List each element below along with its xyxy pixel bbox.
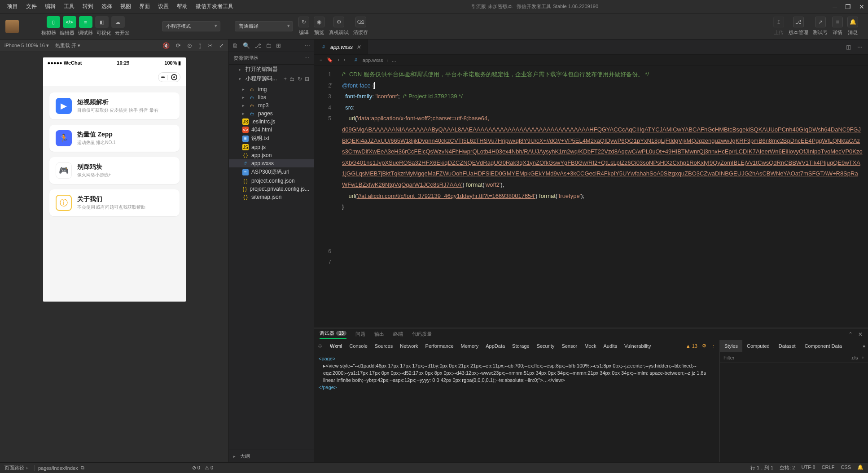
panel-tab-quality[interactable]: 代码质量: [412, 331, 432, 337]
minimize-icon[interactable]: ─: [833, 3, 837, 10]
explorer-more-icon[interactable]: ⋯: [304, 42, 310, 49]
devtools-more-icon[interactable]: ⋮: [711, 343, 716, 349]
cloud-dev-button[interactable]: ☁: [111, 16, 125, 28]
menu-help[interactable]: 帮助: [173, 1, 191, 12]
file-404-html[interactable]: <>404.html: [229, 126, 314, 134]
encoding[interactable]: UTF-8: [801, 464, 815, 471]
menu-edit[interactable]: 编辑: [41, 1, 59, 12]
cls-toggle[interactable]: .cls: [850, 355, 858, 360]
sim-cut-icon[interactable]: ✂: [208, 42, 213, 49]
devtools-tab-mock[interactable]: Mock: [584, 343, 596, 349]
debugger-button[interactable]: ≡: [79, 16, 92, 28]
version-icon[interactable]: ⎇: [793, 17, 804, 27]
menu-project[interactable]: 项目: [4, 1, 22, 12]
devtools-settings-icon[interactable]: ⚙: [702, 343, 706, 349]
compile-icon[interactable]: ↻: [298, 17, 309, 27]
explorer-menu-icon[interactable]: ⋯: [304, 55, 309, 61]
outline-section[interactable]: ▸大纲: [229, 450, 314, 462]
menu-tools[interactable]: 工具: [60, 1, 78, 12]
panel-expand-icon[interactable]: ⌃: [848, 331, 853, 337]
maximize-icon[interactable]: ❐: [845, 3, 851, 10]
card-calorie[interactable]: 🏃热量值 Zepp运动热量 排名NO.1: [49, 125, 180, 152]
opened-editors-section[interactable]: ▸打开的编辑器: [229, 65, 314, 74]
card-about[interactable]: ⓘ关于我们不会使用 或有问题可点我获取帮助: [49, 189, 180, 216]
devtools-tab-performance[interactable]: Performance: [425, 343, 454, 349]
menu-select[interactable]: 选择: [98, 1, 116, 12]
editor-tab-app-wxss[interactable]: # app.wxss ✕: [314, 39, 368, 54]
file-app-json[interactable]: { }app.json: [229, 151, 314, 159]
file-app-wxss[interactable]: #app.wxss: [229, 159, 314, 167]
sim-mute-icon[interactable]: 🔇: [162, 42, 170, 49]
devtools-tab-memory[interactable]: Memory: [461, 343, 479, 349]
devtools-tab-wxml[interactable]: Wxml: [330, 343, 342, 349]
menu-settings[interactable]: 设置: [154, 1, 172, 12]
bc-back-icon[interactable]: ‹: [338, 57, 339, 63]
compile-select[interactable]: 普通编译: [235, 21, 293, 31]
card-video-parse[interactable]: ▶短视频解析目前仅可获取好 皮皮搞笑 快手 抖音 最右: [49, 92, 180, 119]
visual-button[interactable]: ◧: [95, 16, 109, 28]
close-icon[interactable]: ✕: [859, 3, 864, 10]
copy-path-icon[interactable]: ⧉: [81, 465, 84, 471]
upload-icon[interactable]: ↥: [773, 17, 784, 27]
breadcrumb-more[interactable]: ...: [392, 57, 396, 63]
devtools-inspect-icon[interactable]: ⯐: [318, 343, 323, 349]
code-area[interactable]: /* CDN 服务仅供平台体验和调试使用，平台不承诺服务的稳定性，企业客户需下载…: [337, 66, 868, 328]
breadcrumb-file[interactable]: app.wxss: [363, 57, 383, 63]
refresh-icon[interactable]: ↻: [298, 76, 302, 82]
explorer-files-icon[interactable]: 🗎: [232, 42, 238, 49]
language-mode[interactable]: CSS: [841, 464, 851, 471]
panel-tab-output[interactable]: 输出: [374, 331, 384, 337]
file--eslintrc-js[interactable]: JS.eslintrc.js: [229, 118, 314, 126]
explorer-git-icon[interactable]: ⎇: [254, 42, 261, 49]
status-errors[interactable]: ⊘ 0: [192, 465, 200, 471]
bc-list-icon[interactable]: ≡: [320, 57, 322, 63]
sim-device-icon[interactable]: ▯: [198, 42, 202, 49]
editor-split-icon[interactable]: ◫: [846, 44, 851, 50]
explorer-search-icon[interactable]: 🔍: [243, 42, 250, 49]
file-project-config-json[interactable]: { }project.config.json: [229, 177, 314, 185]
menu-view[interactable]: 视图: [117, 1, 135, 12]
menu-file[interactable]: 文件: [22, 1, 40, 12]
dataset-tab[interactable]: Dataset: [774, 340, 800, 352]
styles-more-icon[interactable]: »: [860, 340, 868, 352]
styles-tab[interactable]: Styles: [720, 340, 742, 352]
hot-reload-toggle[interactable]: 热重载 开 ▾: [55, 42, 80, 49]
cursor-position[interactable]: 行 1，列 1: [750, 464, 773, 471]
file-app-js[interactable]: JSapp.js: [229, 143, 314, 151]
remote-debug-icon[interactable]: ⚙: [333, 17, 344, 27]
test-account-icon[interactable]: ↗: [815, 17, 826, 27]
menu-wechat-devtools[interactable]: 微信开发者工具: [192, 1, 237, 12]
bc-fwd-icon[interactable]: ›: [344, 57, 346, 63]
warning-badge[interactable]: ▲ 13: [686, 343, 697, 349]
indent-setting[interactable]: 空格: 2: [780, 464, 795, 471]
devtools-tab-console[interactable]: Console: [350, 343, 368, 349]
explorer-folder-icon[interactable]: 🗀: [266, 42, 272, 49]
panel-tab-problems[interactable]: 问题: [355, 331, 365, 337]
eol[interactable]: CRLF: [822, 464, 835, 471]
file-project-private-config-js---[interactable]: { }project.private.config.js...: [229, 185, 314, 193]
project-root[interactable]: ▾小程序源码...+🗀↻⊟: [229, 74, 314, 83]
capsule-button[interactable]: •••|: [158, 72, 180, 82]
devtools-tab-sensor[interactable]: Sensor: [561, 343, 577, 349]
devtools-tab-vulnerability[interactable]: Vulnerability: [624, 343, 651, 349]
sim-refresh-icon[interactable]: ⟳: [176, 42, 181, 49]
detail-icon[interactable]: ≡: [832, 17, 843, 27]
file-ASP300---url[interactable]: ≡ASP300源码.url: [229, 167, 314, 177]
file-img[interactable]: ▸🗀img: [229, 85, 314, 93]
devtools-tab-audits[interactable]: Audits: [604, 343, 618, 349]
preview-icon[interactable]: ◉: [314, 17, 324, 27]
device-select[interactable]: iPhone 5 100% 16 ▾: [4, 43, 49, 48]
new-folder-icon[interactable]: 🗀: [289, 76, 295, 82]
explorer-ext-icon[interactable]: ⊞: [276, 42, 281, 49]
editor-more-icon[interactable]: ⋯: [857, 44, 863, 50]
user-avatar[interactable]: [5, 20, 19, 33]
devtools-tab-appdata[interactable]: AppData: [486, 343, 505, 349]
simulator-button[interactable]: ▯: [47, 16, 60, 28]
notify-icon[interactable]: 🔔: [857, 464, 864, 471]
devtools-tab-sources[interactable]: Sources: [375, 343, 393, 349]
file-pages[interactable]: ▸🗀pages: [229, 109, 314, 118]
clear-cache-icon[interactable]: ⌫: [355, 17, 366, 27]
devtools-tab-storage[interactable]: Storage: [512, 343, 530, 349]
status-warnings[interactable]: ⚠ 0: [205, 465, 213, 471]
panel-close-icon[interactable]: ✕: [858, 331, 863, 337]
